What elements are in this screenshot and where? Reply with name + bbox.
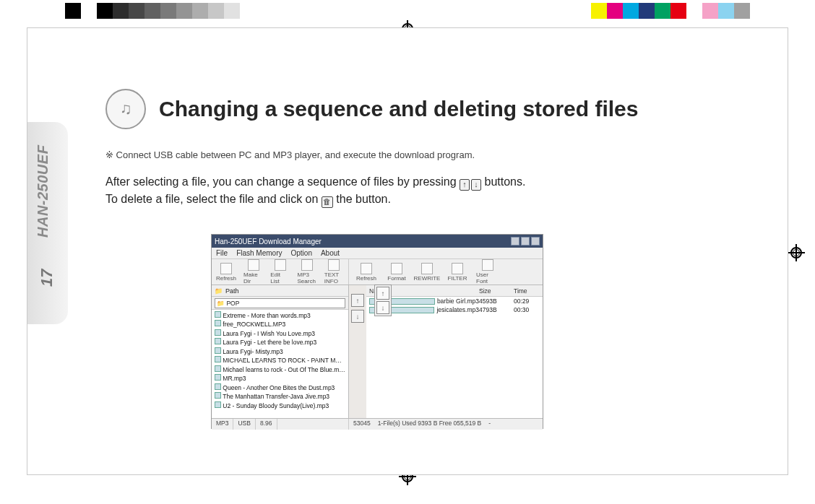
move-down-button[interactable]: ↓ <box>351 310 364 323</box>
swatch <box>639 3 655 19</box>
file-icon <box>215 320 221 326</box>
move-up-button[interactable]: ↑ <box>351 294 364 307</box>
path-label: Path <box>225 287 239 295</box>
toolbar-button[interactable]: MP3 Search <box>298 259 317 284</box>
toolbar-button[interactable]: Edit List <box>270 259 290 284</box>
table-row[interactable]: barbie Girl.mp34593B00:29 <box>366 297 543 305</box>
menu-item[interactable]: Option <box>290 249 311 257</box>
toolbar-icon <box>391 263 402 274</box>
col-time: Time <box>514 287 543 295</box>
list-item[interactable]: Laura Fygi - I Wish You Love.mp3 <box>215 329 345 338</box>
print-colorbar <box>0 3 815 19</box>
toolbar-icon <box>275 259 286 271</box>
up-arrow-icon: ↑ <box>460 179 470 191</box>
toolbar-label: Edit List <box>270 271 290 284</box>
swatch <box>591 3 607 19</box>
menu-item[interactable]: Flash Memory <box>236 249 282 257</box>
file-icon <box>215 347 221 354</box>
file-icon <box>215 338 221 344</box>
menu-item[interactable]: About <box>321 249 340 257</box>
file-icon <box>215 365 221 372</box>
minimize-icon[interactable] <box>511 237 519 246</box>
toolbar-label: Refresh <box>356 275 376 282</box>
toolbar-button[interactable]: REWRITE <box>415 263 439 282</box>
pc-file-list[interactable]: Extreme - More than words.mp3 free_ROCKW… <box>212 310 348 418</box>
list-item[interactable]: U2 - Sunday Bloody Sunday(Live).mp3 <box>215 401 345 410</box>
toolbar-button[interactable]: Refresh <box>355 263 378 282</box>
table-row[interactable]: jesicalates.mp34793B00:30 <box>366 305 543 314</box>
toolbar-button[interactable]: Format <box>385 263 408 282</box>
toolbar-label: Format <box>387 275 405 282</box>
down-arrow-icon: ↓ <box>471 179 481 191</box>
folder-icon: 📁 <box>217 300 225 307</box>
toolbar-icon <box>220 263 232 274</box>
page-number: 17 <box>38 269 56 287</box>
list-item[interactable]: Laura Fygi- Misty.mp3 <box>215 347 345 356</box>
player-file-list[interactable]: barbie Girl.mp34593B00:29jesicalates.mp3… <box>366 297 543 314</box>
window-buttons <box>511 237 540 246</box>
swatch <box>623 3 639 19</box>
folder-combo[interactable]: 📁 POP <box>212 297 348 310</box>
left-toolbar: RefreshMake DirEdit ListMP3 SearchTEXT I… <box>212 259 349 284</box>
file-icon <box>215 383 221 390</box>
window-title: Han-250UEF Download Manager <box>215 238 322 246</box>
cell-time: 00:30 <box>514 306 543 313</box>
swatch <box>734 3 750 19</box>
cell-size: 4593B <box>479 297 514 305</box>
status-bar: MP3USB8.96 530451-File(s) Used 9393 B Fr… <box>212 418 543 430</box>
status-cell: - <box>488 420 491 429</box>
toolbar-icon <box>301 259 313 271</box>
file-icon <box>215 374 221 381</box>
updown-inline-icons: ↑ ↓ <box>460 179 481 191</box>
status-cell: 1-File(s) Used 9393 B Free 055,519 B <box>378 420 482 429</box>
list-item[interactable]: MR.mp3 <box>215 374 345 383</box>
player-file-panel: Name Size Time barbie Girl.mp34593B00:29… <box>366 285 543 418</box>
list-item[interactable]: Queen - Another One Bites the Dust.mp3 <box>215 383 345 392</box>
transfer-buttons: ↑ ↓ <box>349 285 366 418</box>
toolbar-button[interactable]: User Font <box>476 259 499 284</box>
swatch <box>686 3 702 19</box>
pc-file-panel: 📁 Path 📁 POP Extreme - More than words.m… <box>212 285 349 418</box>
toolbar-label: FILTER <box>448 275 467 282</box>
status-cell: 53045 <box>353 420 371 429</box>
toolbar-icon <box>452 263 463 274</box>
window-titlebar: Han-250UEF Download Manager <box>212 235 543 248</box>
status-right: 530451-File(s) Used 9393 B Free 055,519 … <box>349 419 543 430</box>
line1b: buttons. <box>485 175 526 188</box>
combo-value: POP <box>226 300 239 307</box>
cell-size: 4793B <box>479 306 514 313</box>
toolbar-button[interactable]: Make Dir <box>243 259 263 284</box>
right-toolbar: RefreshFormatREWRITEFILTERUser Font <box>349 259 543 284</box>
folder-icon: 📁 <box>215 287 223 295</box>
side-tab: HAN-250UEF 17 <box>27 122 68 324</box>
swatch <box>607 3 623 19</box>
list-item[interactable]: free_ROCKWELL.MP3 <box>215 320 345 329</box>
swatch <box>145 3 160 19</box>
close-icon[interactable] <box>531 237 540 246</box>
swatch <box>240 3 256 19</box>
model-label: HAN-250UEF <box>35 145 51 238</box>
menu-item[interactable]: File <box>216 249 228 257</box>
maximize-icon[interactable] <box>521 237 530 246</box>
file-icon <box>215 329 221 336</box>
status-left: MP3USB8.96 <box>212 419 349 430</box>
list-item[interactable]: The Manhattan Transfer-Java Jive.mp3 <box>215 392 345 401</box>
list-item[interactable]: Laura Fygi - Let there be love.mp3 <box>215 338 345 347</box>
file-icon <box>215 311 221 318</box>
toolbar: RefreshMake DirEdit ListMP3 SearchTEXT I… <box>212 259 543 285</box>
file-icon <box>215 401 221 408</box>
connect-note: ※ Connect USB cable between PC and MP3 p… <box>105 149 759 160</box>
toolbar-label: User Font <box>476 271 499 284</box>
cell-time: 00:29 <box>514 297 543 305</box>
toolbar-button[interactable]: TEXT INFO <box>324 259 344 284</box>
trash-icon: 🗑 <box>322 196 333 208</box>
list-item[interactable]: Michael learns to rock - Out Of The Blue… <box>215 365 345 374</box>
list-item[interactable]: MICHAEL LEARNS TO ROCK - PAINT MY LOVE.M… <box>215 356 345 365</box>
toolbar-button[interactable]: Refresh <box>216 263 236 282</box>
menu-bar: FileFlash MemoryOptionAbout <box>212 248 543 259</box>
list-item[interactable]: Extreme - More than words.mp3 <box>215 311 345 320</box>
swatch <box>702 3 718 19</box>
toolbar-button[interactable]: FILTER <box>446 263 469 282</box>
swatch <box>129 3 145 19</box>
line2b: the button. <box>336 193 391 205</box>
